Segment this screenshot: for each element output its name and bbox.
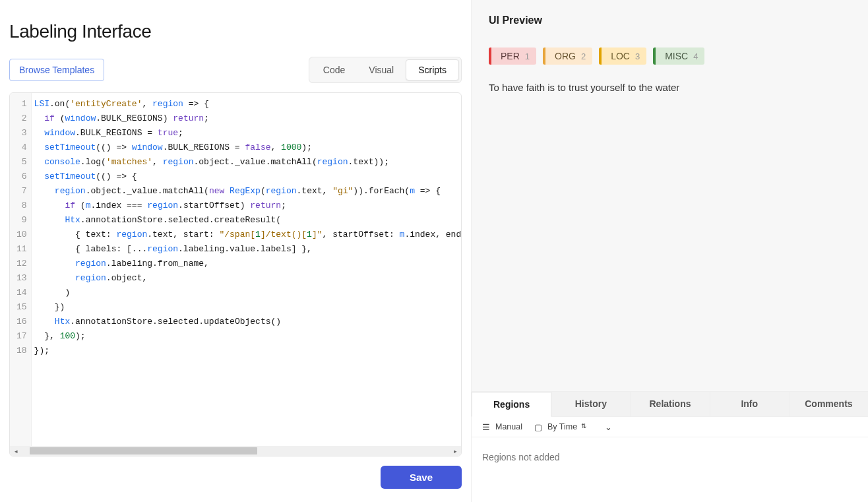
- sort-icon: ⇅: [581, 422, 590, 431]
- label-hotkey: 3: [635, 51, 640, 61]
- label-per[interactable]: PER1: [489, 47, 536, 65]
- save-button[interactable]: Save: [381, 466, 462, 489]
- tab-visual[interactable]: Visual: [357, 59, 406, 80]
- labels-row: PER1ORG2LOC3MISC4: [472, 37, 868, 65]
- by-time-label: By Time: [547, 422, 577, 431]
- panel-tab-info[interactable]: Info: [710, 392, 790, 416]
- code-editor[interactable]: 123456789101112131415161718 LSI.on('enti…: [9, 92, 462, 456]
- eye-icon: ⌄: [605, 422, 614, 431]
- list-icon: ☰: [482, 422, 491, 431]
- label-stripe: [599, 47, 602, 65]
- editor-horizontal-scrollbar[interactable]: ◂ ▸: [10, 446, 461, 456]
- manual-order-button[interactable]: ☰ Manual: [482, 422, 522, 431]
- label-name: PER: [501, 51, 520, 61]
- tab-scripts[interactable]: Scripts: [406, 59, 459, 80]
- label-hotkey: 4: [693, 51, 698, 61]
- by-time-button[interactable]: ▢ By Time ⇅: [534, 422, 590, 431]
- label-hotkey: 2: [581, 51, 586, 61]
- label-name: LOC: [611, 51, 630, 61]
- panel-tab-comments[interactable]: Comments: [790, 392, 868, 416]
- editor-code-area[interactable]: LSI.on('entityCreate', region => { if (w…: [32, 93, 461, 446]
- scroll-left-icon[interactable]: ◂: [11, 447, 20, 455]
- manual-label: Manual: [495, 422, 522, 431]
- sample-text[interactable]: To have faith is to trust yourself to th…: [472, 65, 868, 93]
- tab-code[interactable]: Code: [311, 59, 357, 80]
- label-name: ORG: [555, 51, 576, 61]
- label-name: MISC: [665, 51, 688, 61]
- label-stripe: [653, 47, 656, 65]
- regions-empty-state: Regions not added: [472, 437, 868, 502]
- label-hotkey: 1: [525, 51, 530, 61]
- panel-tab-history[interactable]: History: [551, 392, 631, 416]
- scroll-right-icon[interactable]: ▸: [450, 447, 460, 455]
- label-misc[interactable]: MISC4: [653, 47, 704, 65]
- bottom-panel: Regions History Relations Info Comments …: [472, 391, 868, 502]
- calendar-icon: ▢: [534, 422, 543, 431]
- panel-tab-regions[interactable]: Regions: [472, 392, 551, 417]
- label-loc[interactable]: LOC3: [599, 47, 646, 65]
- editor-gutter: 123456789101112131415161718: [10, 93, 32, 446]
- scrollbar-thumb[interactable]: [30, 447, 257, 455]
- label-stripe: [543, 47, 545, 65]
- ui-preview-title: UI Preview: [472, 0, 868, 37]
- panel-tab-relations[interactable]: Relations: [631, 392, 710, 416]
- label-org[interactable]: ORG2: [543, 47, 592, 65]
- visibility-toggle[interactable]: ⌄: [605, 422, 614, 431]
- browse-templates-button[interactable]: Browse Templates: [9, 59, 104, 81]
- label-stripe: [489, 47, 491, 65]
- page-title: Labeling Interface: [9, 21, 462, 42]
- editor-mode-toggle: Code Visual Scripts: [309, 57, 462, 83]
